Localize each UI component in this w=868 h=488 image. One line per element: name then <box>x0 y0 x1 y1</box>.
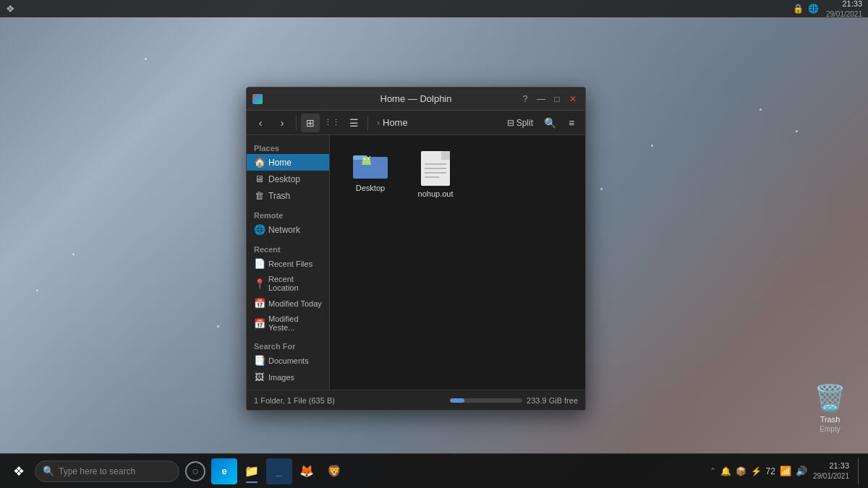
text-file-icon <box>421 151 450 186</box>
tray-network-icon[interactable]: 📶 <box>780 466 791 476</box>
close-button[interactable]: ✕ <box>566 93 579 106</box>
maximize-button[interactable]: □ <box>550 93 563 106</box>
split-label: Split <box>516 118 533 128</box>
taskbar-app-brave[interactable]: 🦁 <box>321 458 347 484</box>
split-button[interactable]: ⊟ Split <box>503 114 537 132</box>
title-bar-left <box>252 94 263 104</box>
tray-sound-icon[interactable]: 🔊 <box>796 466 807 476</box>
tray-temperature: 72 <box>766 466 775 476</box>
top-bar-system-icons: 🔒 🌐 <box>793 4 819 14</box>
taskbar-time: 21:33 <box>813 461 849 471</box>
sidebar-item-desktop[interactable]: 🖥 Desktop <box>247 171 329 187</box>
taskbar-search-placeholder: Type here to search <box>59 466 135 476</box>
view-icons-button[interactable]: ⊞ <box>301 114 320 132</box>
top-bar-menu-icon[interactable]: ❖ <box>6 3 17 14</box>
sidebar-item-modified-yesterday[interactable]: 📅 Modified Yeste... <box>247 312 329 335</box>
sidebar-item-images[interactable]: 🖼 Images <box>247 369 329 385</box>
taskbar-app-terminal-blue[interactable]: _ <box>266 458 292 484</box>
folder-svg <box>353 151 388 180</box>
svg-point-4 <box>367 158 369 160</box>
sidebar-item-recent-files[interactable]: 📄 Recent Files <box>247 255 329 272</box>
cortana-circle[interactable]: ○ <box>185 461 205 481</box>
images-icon: 🖼 <box>254 372 264 382</box>
svg-rect-0 <box>353 157 388 179</box>
sidebar-item-modified-today[interactable]: 📅 Modified Today <box>247 295 329 312</box>
snow-particle <box>600 188 603 190</box>
file-label-nohup: nohup.out <box>418 189 454 199</box>
search-glass-icon: 🔍 <box>43 466 54 476</box>
snow-particle <box>217 325 219 328</box>
dolphin-window: Home — Dolphin ? — □ ✕ ‹ › ⊞ ⋮⋮ ☰ › Home <box>246 87 586 411</box>
remote-section-title: Remote <box>247 207 329 221</box>
dolphin-app-icon <box>252 94 263 104</box>
snow-particle <box>760 108 762 111</box>
trash-label: Trash <box>820 415 841 424</box>
view-compact-button[interactable]: ⋮⋮ <box>323 114 341 132</box>
menu-button[interactable]: ≡ <box>562 114 581 132</box>
snow-particle <box>36 289 38 291</box>
network-top-icon[interactable]: 🌐 <box>808 4 819 14</box>
sidebar-item-network[interactable]: 🌐 Network <box>247 221 329 238</box>
minimize-button[interactable]: — <box>535 93 548 106</box>
file-item-desktop[interactable]: Desktop <box>341 147 399 203</box>
tray-battery-icon[interactable]: ⚡ <box>751 466 762 476</box>
snow-particle <box>72 253 75 255</box>
storage-bar-fill <box>450 398 464 403</box>
start-button[interactable]: ❖ <box>6 458 32 484</box>
sidebar-item-home[interactable]: 🏠 Home <box>247 154 329 171</box>
sidebar: Places 🏠 Home 🖥 Desktop 🗑 Trash Remote 🌐… <box>247 135 330 390</box>
split-icon: ⊟ <box>507 118 514 128</box>
taskbar-right: ⌃ 🔔 📦 ⚡ 72 📶 🔊 21:33 29/01/2021 <box>710 458 862 484</box>
snow-particle <box>796 130 798 132</box>
taskbar-app-explorer[interactable]: 📁 <box>239 458 265 484</box>
sidebar-item-modified-yesterday-label: Modified Yeste... <box>268 314 322 332</box>
sidebar-item-trash[interactable]: 🗑 Trash <box>247 187 329 204</box>
storage-bar-container: 233.9 GiB free <box>450 396 578 405</box>
text-file-svg <box>421 151 450 186</box>
top-bar-clock: 21:33 29/01/2021 <box>826 0 862 19</box>
title-controls: ? — □ ✕ <box>519 93 579 106</box>
sidebar-item-recent-location-label: Recent Location <box>268 275 322 292</box>
svg-rect-10 <box>441 151 450 160</box>
tray-package-icon[interactable]: 📦 <box>736 466 746 476</box>
recent-files-icon: 📄 <box>254 258 264 269</box>
network-sidebar-icon: 🌐 <box>254 224 264 235</box>
documents-icon: 📑 <box>254 355 264 366</box>
main-content: Desktop n <box>330 135 585 390</box>
storage-bar <box>450 398 522 403</box>
help-button[interactable]: ? <box>519 93 532 106</box>
desktop-trash[interactable]: 🗑️ Trash Empty <box>814 383 846 433</box>
snow-particle <box>145 58 147 60</box>
sidebar-item-home-label: Home <box>268 158 292 168</box>
sidebar-item-trash-label: Trash <box>268 191 290 201</box>
file-label-desktop: Desktop <box>356 183 385 193</box>
desktop-sidebar-icon: 🖥 <box>254 174 264 184</box>
status-bar: 1 Folder, 1 File (635 B) 233.9 GiB free <box>247 390 585 410</box>
file-item-nohup[interactable]: nohup.out <box>407 147 464 203</box>
search-button[interactable]: 🔍 <box>540 114 559 132</box>
home-icon: 🏠 <box>254 157 264 168</box>
storage-free: 233.9 GiB free <box>527 396 578 405</box>
svg-point-3 <box>364 158 365 160</box>
top-bar-left: ❖ <box>6 3 17 14</box>
show-desktop-button[interactable] <box>858 458 862 484</box>
taskbar-app-edge[interactable]: e <box>211 458 237 484</box>
tray-up-arrow[interactable]: ⌃ <box>710 466 716 476</box>
toolbar-right: ⊟ Split 🔍 ≡ <box>503 114 581 132</box>
desktop: ❖ 🔒 🌐 21:33 29/01/2021 🗑️ Trash Empty Ho… <box>0 0 868 488</box>
sidebar-item-recent-location[interactable]: 📍 Recent Location <box>247 272 329 295</box>
sidebar-item-documents[interactable]: 📑 Documents <box>247 352 329 369</box>
lock-icon[interactable]: 🔒 <box>793 4 804 14</box>
title-bar: Home — Dolphin ? — □ ✕ <box>247 87 585 111</box>
taskbar-app-firefox[interactable]: 🦊 <box>294 458 320 484</box>
toolbar-separator-2 <box>367 116 368 130</box>
back-button[interactable]: ‹ <box>251 114 270 132</box>
forward-button[interactable]: › <box>273 114 292 132</box>
top-bar-right: 🔒 🌐 21:33 29/01/2021 <box>793 0 862 19</box>
tray-notifications-icon[interactable]: 🔔 <box>720 466 731 476</box>
taskbar-search[interactable]: 🔍 Type here to search <box>35 461 179 482</box>
breadcrumb-current[interactable]: Home <box>383 117 408 128</box>
taskbar-clock[interactable]: 21:33 29/01/2021 <box>813 461 849 481</box>
view-details-button[interactable]: ☰ <box>344 114 363 132</box>
modified-yesterday-icon: 📅 <box>254 318 264 329</box>
